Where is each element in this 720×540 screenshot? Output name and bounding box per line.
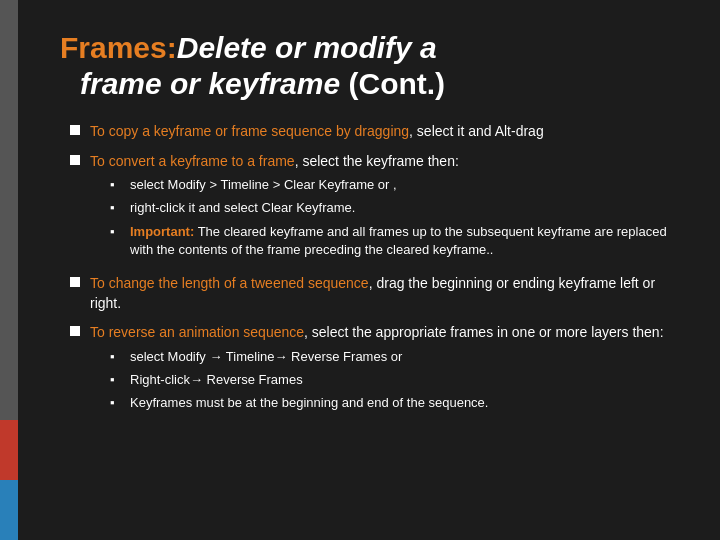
bullet3-orange: To change the length of a tweened sequen… — [90, 275, 369, 291]
sub-bullets-2: ▪ select Modify > Timeline > Clear Keyfr… — [90, 176, 680, 259]
arrow-icon-6: ▪ — [110, 394, 122, 412]
sub-bullet-text-2-1: select Modify > Timeline > Clear Keyfram… — [130, 176, 680, 194]
sub-bullet-2-3: ▪ Important: The cleared keyframe and al… — [110, 223, 680, 259]
title-part1: Delete or modify a — [177, 31, 437, 64]
bullet1-white: , select it and Alt-drag — [409, 123, 544, 139]
bullet-square-3 — [70, 277, 80, 287]
bullet4-orange: To reverse an animation sequence — [90, 324, 304, 340]
sub-bullet-4-2: ▪ Right-click→ Reverse Frames — [110, 371, 680, 389]
bullet2-orange: To convert a keyframe to a frame — [90, 153, 295, 169]
important-label: Important: — [130, 224, 194, 239]
arrow-icon-2: ▪ — [110, 199, 122, 217]
bullet-square-4 — [70, 326, 80, 336]
title-part2: frame or keyframe — [80, 67, 340, 100]
sub-bullet-4-1: ▪ select Modify → Timeline→ Reverse Fram… — [110, 348, 680, 366]
bullet-convert-keyframe: To convert a keyframe to a frame, select… — [70, 152, 680, 264]
sub-bullet-text-2-2: right-click it and select Clear Keyframe… — [130, 199, 680, 217]
bullet-text-3: To change the length of a tweened sequen… — [90, 274, 680, 313]
bar-red — [0, 420, 18, 480]
arrow-icon-1: ▪ — [110, 176, 122, 194]
sub-bullet-2-2: ▪ right-click it and select Clear Keyfra… — [110, 199, 680, 217]
content-area: To copy a keyframe or frame sequence by … — [60, 122, 680, 417]
bullet-square-1 — [70, 125, 80, 135]
bullet-reverse-animation: To reverse an animation sequence, select… — [70, 323, 680, 417]
arrow-icon-3: ▪ — [110, 223, 122, 241]
slide: Frames:Delete or modify a frame or keyfr… — [0, 0, 720, 540]
title-prefix: Frames: — [60, 31, 177, 64]
bullet-text-1: To copy a keyframe or frame sequence by … — [90, 122, 680, 142]
bullet-square-2 — [70, 155, 80, 165]
bullet-text-2: To convert a keyframe to a frame, select… — [90, 152, 680, 264]
sub-bullet-text-4-2: Right-click→ Reverse Frames — [130, 371, 680, 389]
bar-blue — [0, 480, 18, 540]
bullet-text-4: To reverse an animation sequence, select… — [90, 323, 680, 417]
sub-bullet-text-4-3: Keyframes must be at the beginning and e… — [130, 394, 680, 412]
bullet-copy-keyframe: To copy a keyframe or frame sequence by … — [70, 122, 680, 142]
sub-bullet-2-1: ▪ select Modify > Timeline > Clear Keyfr… — [110, 176, 680, 194]
sub-bullets-4: ▪ select Modify → Timeline→ Reverse Fram… — [90, 348, 680, 413]
slide-title: Frames:Delete or modify a frame or keyfr… — [60, 30, 680, 102]
sub-bullet-text-4-1: select Modify → Timeline→ Reverse Frames… — [130, 348, 680, 366]
sub-bullet-4-3: ▪ Keyframes must be at the beginning and… — [110, 394, 680, 412]
arrow-icon-4: ▪ — [110, 348, 122, 366]
title-suffix: (Cont.) — [340, 67, 445, 100]
bullet4-white: , select the appropriate frames in one o… — [304, 324, 664, 340]
bullet-change-length: To change the length of a tweened sequen… — [70, 274, 680, 313]
left-bar — [0, 0, 18, 540]
sub-bullet-text-2-3: Important: The cleared keyframe and all … — [130, 223, 680, 259]
arrow-icon-5: ▪ — [110, 371, 122, 389]
bar-gray — [0, 0, 18, 420]
bullet2-white: , select the keyframe then: — [295, 153, 459, 169]
bullet1-orange: To copy a keyframe or frame sequence by … — [90, 123, 409, 139]
